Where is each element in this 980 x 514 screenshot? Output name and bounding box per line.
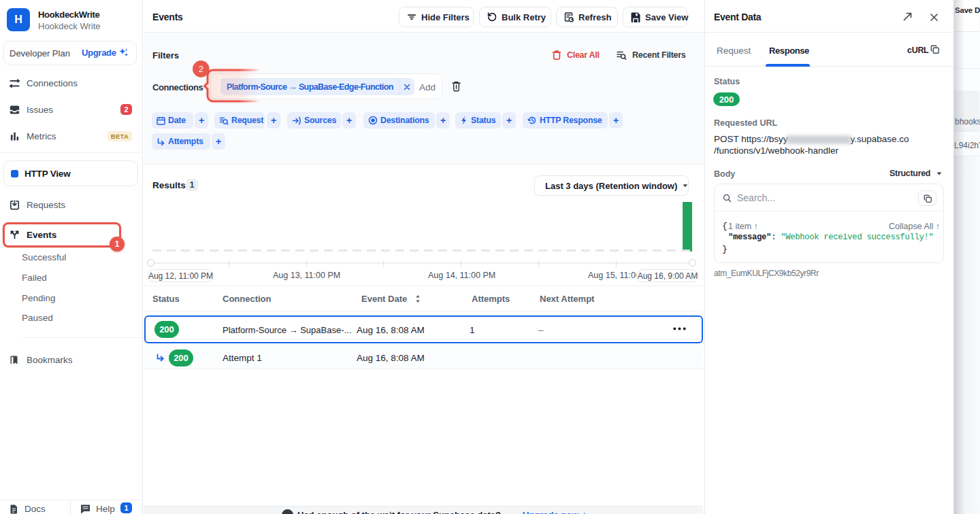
svg-text:2: 2 — [199, 64, 203, 74]
